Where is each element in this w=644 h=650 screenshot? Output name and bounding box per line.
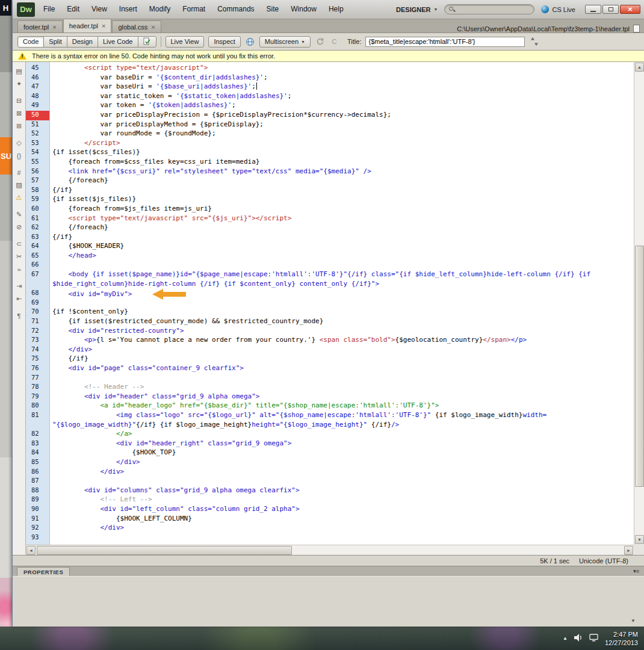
tab-close-icon[interactable]: ×: [102, 22, 105, 29]
minimize-button[interactable]: [585, 5, 601, 14]
collapse-full-tag-icon[interactable]: ⊟: [14, 96, 25, 106]
close-button[interactable]: ✕: [620, 5, 640, 14]
scroll-left-icon[interactable]: ◄: [26, 546, 36, 555]
code-line[interactable]: var baseUri = '{$base_uri|addslashes}';: [52, 82, 634, 92]
menu-format[interactable]: Format: [176, 0, 211, 19]
code-line[interactable]: {$HOOK_HEADER}: [52, 242, 634, 252]
code-line[interactable]: var priceDisplayMethod = {$priceDisplay}…: [52, 120, 634, 130]
code-navigator-icon[interactable]: ✦: [14, 79, 25, 89]
code-line[interactable]: {/foreach}: [52, 223, 634, 233]
code-line[interactable]: {/if}: [52, 186, 634, 196]
format-source-code-icon[interactable]: ¶: [14, 311, 25, 321]
menu-insert[interactable]: Insert: [113, 0, 143, 19]
code-line[interactable]: </div>: [52, 345, 634, 355]
code-line[interactable]: <body {if isset($page_name)}id="{$page_n…: [52, 270, 634, 280]
menu-edit[interactable]: Edit: [61, 0, 85, 19]
code-line[interactable]: [52, 477, 634, 486]
volume-icon[interactable]: [574, 633, 583, 644]
code-line[interactable]: <div id="header" class="grid_9 alpha ome…: [52, 392, 634, 402]
menu-window[interactable]: Window: [285, 0, 323, 19]
apply-comment-icon[interactable]: ✎: [14, 209, 25, 220]
code-line[interactable]: </script>: [52, 139, 634, 149]
code-line[interactable]: <script type="text/javascript">: [52, 64, 634, 73]
code-line[interactable]: var priceDisplayPrecision = {$priceDispl…: [52, 111, 634, 120]
code-line[interactable]: {if !$content_only}: [52, 308, 634, 317]
code-line[interactable]: </a>: [52, 430, 634, 439]
code-line[interactable]: "{$logo_image_width}"{/if} {if $logo_ima…: [52, 421, 634, 430]
code-line[interactable]: {/foreach}: [52, 176, 634, 186]
live-code-button[interactable]: Live Code: [98, 36, 138, 48]
code-line[interactable]: {$HOOK_LEFT_COLUMN}: [52, 515, 634, 524]
code-line[interactable]: </div>: [52, 524, 634, 533]
code-line[interactable]: {foreach from=$css_files key=css_uri ite…: [52, 158, 634, 167]
code-line[interactable]: </div>: [52, 458, 634, 468]
code-line[interactable]: <div id="page" class="container_9 clearf…: [52, 364, 634, 374]
document-title-input[interactable]: [365, 37, 525, 47]
vertical-scrollbar-thumb[interactable]: [635, 246, 644, 487]
document-tab-footer.tpl[interactable]: footer.tpl×: [17, 20, 63, 32]
vertical-scrollbar[interactable]: ▲ ▼: [634, 62, 644, 545]
select-parent-tag-icon[interactable]: ◇: [14, 138, 25, 148]
code-pane[interactable]: <script type="text/javascript"> var base…: [50, 62, 634, 545]
taskbar-clock[interactable]: 2:47 PM 12/27/2013: [605, 630, 638, 647]
menu-modify[interactable]: Modify: [143, 0, 176, 19]
code-line[interactable]: <script type="text/javascript" src="{$js…: [52, 214, 634, 224]
code-line[interactable]: {/if}: [52, 354, 634, 364]
menu-view[interactable]: View: [85, 0, 113, 19]
validate-markup-icon[interactable]: C: [329, 37, 339, 47]
maximize-button[interactable]: [602, 5, 619, 14]
code-line[interactable]: <div id="restricted-country">: [52, 327, 634, 336]
search-input[interactable]: [458, 6, 530, 13]
move-convert-css-icon[interactable]: ≈: [14, 264, 25, 274]
code-view[interactable]: 4546474849505152535455565758596061626364…: [26, 62, 634, 545]
code-line[interactable]: {/if}: [52, 233, 634, 243]
hidden-icons-button[interactable]: ▲: [563, 636, 568, 641]
code-line[interactable]: {if isset($css_files)}: [52, 148, 634, 158]
menu-site[interactable]: Site: [261, 0, 285, 19]
multiscreen-button[interactable]: Multiscreen ▼: [259, 36, 311, 48]
preview-in-browser-icon[interactable]: [245, 37, 255, 47]
code-line[interactable]: <div id="header_right" class="grid_9 ome…: [52, 439, 634, 449]
open-documents-icon[interactable]: ▤: [14, 66, 25, 76]
code-line[interactable]: {foreach from=$js_files item=js_uri}: [52, 205, 634, 214]
code-line[interactable]: <div id="columns" class="grid_9 alpha om…: [52, 486, 634, 496]
code-line[interactable]: <div id="myDiv">: [52, 289, 634, 299]
menu-file[interactable]: File: [37, 0, 61, 19]
outdent-code-icon[interactable]: ⇤: [14, 294, 25, 304]
code-line[interactable]: <div id="left_column" class="column grid…: [52, 505, 634, 515]
menu-help[interactable]: Help: [323, 0, 350, 19]
code-line[interactable]: var static_token = '{$static_token|addsl…: [52, 92, 634, 102]
code-line[interactable]: <!-- Header -->: [52, 383, 634, 392]
code-line[interactable]: var baseDir = '{$content_dir|addslashes}…: [52, 73, 634, 83]
code-line[interactable]: var token = '{$token|addslashes}';: [52, 101, 634, 111]
file-management-icon[interactable]: [529, 37, 539, 47]
search-box[interactable]: [444, 4, 534, 14]
code-line[interactable]: var roundMode = {$roundMode};: [52, 129, 634, 139]
remove-comment-icon[interactable]: ⊘: [14, 222, 25, 232]
live-view-button[interactable]: Live View: [166, 36, 205, 48]
code-line[interactable]: <img class="logo" src="{$logo_url}" alt=…: [52, 411, 634, 421]
expand-all-icon[interactable]: ⊞: [14, 121, 25, 131]
refresh-icon[interactable]: [315, 37, 325, 47]
code-line[interactable]: </head>: [52, 252, 634, 261]
code-line[interactable]: <!-- Left -->: [52, 495, 634, 505]
code-line[interactable]: [52, 533, 634, 543]
tab-close-icon[interactable]: ×: [52, 23, 56, 31]
code-line[interactable]: {$HOOK_TOP}: [52, 448, 634, 458]
check-browser-compatibility-icon[interactable]: [138, 36, 156, 48]
workspace-switcher[interactable]: DESIGNER ▼: [396, 6, 438, 13]
recent-snippets-icon[interactable]: ✂: [14, 252, 25, 262]
code-line[interactable]: [52, 261, 634, 270]
code-line[interactable]: [52, 374, 634, 383]
code-line[interactable]: {if isset($restricted_country_mode) && $…: [52, 317, 634, 327]
document-tab-global.css[interactable]: global.css×: [112, 20, 161, 32]
split-view-button[interactable]: Split: [43, 36, 67, 48]
document-tab-header.tpl[interactable]: header.tpl×: [63, 19, 112, 32]
properties-panel-tab[interactable]: PROPERTIES: [17, 567, 70, 576]
balance-braces-icon[interactable]: {}: [14, 150, 25, 161]
highlight-invalid-code-icon[interactable]: ▨: [14, 180, 25, 190]
network-icon[interactable]: [589, 633, 598, 644]
code-view-button[interactable]: Code: [17, 36, 44, 48]
code-line[interactable]: <p>{l s='You cannot place a new order fr…: [52, 336, 634, 345]
collapse-arrow-icon[interactable]: ▼: [631, 618, 636, 624]
